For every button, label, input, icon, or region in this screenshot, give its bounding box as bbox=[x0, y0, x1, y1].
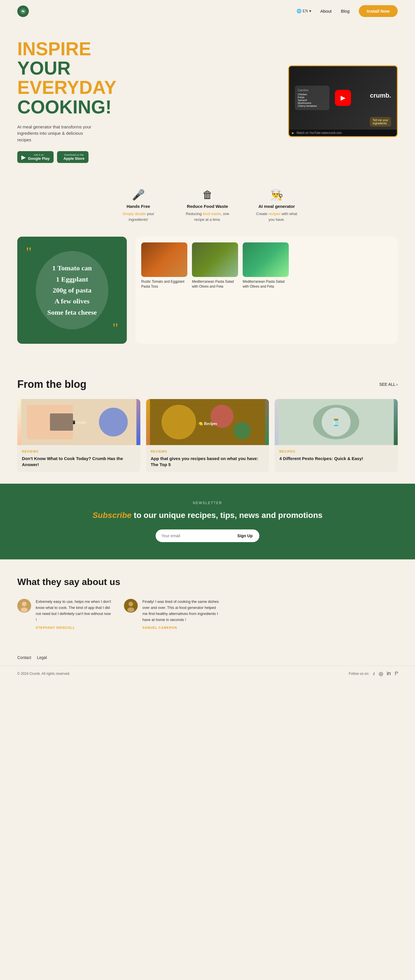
recipe-card-0[interactable]: Rustic Tomato and Eggplant Pasta Toss bbox=[141, 242, 187, 338]
blog-title: From the blog bbox=[17, 378, 86, 390]
blog-card-2[interactable]: 🫙 RECIPES 4 Different Pesto Recipes: Qui… bbox=[275, 399, 398, 472]
email-input[interactable] bbox=[156, 530, 231, 542]
footer-links: Contact Legal bbox=[0, 647, 415, 663]
logo-icon bbox=[17, 5, 29, 17]
svg-text:🍋 Recipes: 🍋 Recipes bbox=[198, 421, 217, 426]
svg-point-8 bbox=[161, 405, 196, 439]
svg-point-21 bbox=[128, 608, 134, 612]
store-buttons: ▶ Get it on Google Play Download on the … bbox=[17, 151, 277, 163]
feature-highlight-0: Simply dictate bbox=[123, 212, 146, 216]
recipe-title-2: Mediterranean Pasta Salad with Olives an… bbox=[243, 279, 289, 289]
newsletter-section: NEWSLETTER Subscribe to our unique recip… bbox=[0, 484, 415, 559]
recipe-card-1[interactable]: Mediterranean Pasta Salad with Olives an… bbox=[192, 242, 238, 338]
testimonial-text-0: Extremely easy to use, helps me when I d… bbox=[36, 599, 112, 623]
testimonial-name-1: SAMUEL CAMERON bbox=[142, 626, 219, 629]
feature-food-waste: 🗑 Reduce Food Waste Reducing food waste,… bbox=[184, 189, 231, 222]
sign-up-button[interactable]: Sign Up bbox=[231, 530, 260, 542]
feature-title-1: Reduce Food Waste bbox=[184, 204, 231, 209]
hero-video-container: 🟢 Turn Your Ingredients into Delicious M… bbox=[288, 65, 398, 137]
hero-title-line1: INSPIRE bbox=[17, 38, 91, 59]
features-section: 🎤 Hands Free Simply dictate your ingredi… bbox=[0, 175, 415, 237]
blog-card-body-1: REVIEWS App that gives you recipes based… bbox=[146, 445, 269, 472]
hero-content: INSPIRE YOUR EVERYDAY COOKING! AI meal g… bbox=[17, 40, 277, 163]
microphone-icon: 🎤 bbox=[115, 189, 161, 201]
linkedin-icon[interactable]: in bbox=[387, 670, 391, 676]
blog-card-1[interactable]: 🍋 Recipes REVIEWS App that gives you rec… bbox=[146, 399, 269, 472]
feature-hands-free: 🎤 Hands Free Simply dictate your ingredi… bbox=[115, 189, 161, 222]
blog-tag-0: REVIEWS bbox=[22, 450, 136, 453]
recipe-card-2[interactable]: Mediterranean Pasta Salad with Olives an… bbox=[243, 242, 289, 338]
video-brand: crumb. bbox=[370, 92, 391, 99]
hero-title-line3: EVERYDAY bbox=[17, 77, 117, 98]
google-play-text: Get it on Google Play bbox=[28, 153, 49, 161]
recipe-title-0: Rustic Tomato and Eggplant Pasta Toss bbox=[141, 279, 187, 289]
footer-link-contact[interactable]: Contact bbox=[17, 655, 31, 660]
svg-point-1 bbox=[22, 10, 24, 12]
ingredient-2: 200g of pasta bbox=[53, 286, 92, 294]
testimonials-section: What they say about us Extremely easy to… bbox=[0, 559, 415, 646]
logo[interactable] bbox=[17, 5, 29, 17]
feature-desc-2: Create recipes with what you have. bbox=[254, 211, 300, 222]
recipe-title-1: Mediterranean Pasta Salad with Olives an… bbox=[192, 279, 238, 289]
testimonial-0: Extremely easy to use, helps me when I d… bbox=[17, 599, 112, 629]
hero-video[interactable]: 🟢 Turn Your Ingredients into Delicious M… bbox=[288, 65, 398, 137]
feature-title-0: Hands Free bbox=[115, 204, 161, 209]
video-placeholder: Caroline ChickenPastaSpinachMushroomsChe… bbox=[289, 66, 397, 130]
testimonials-grid: Extremely easy to use, helps me when I d… bbox=[17, 599, 219, 629]
quote-close: " bbox=[112, 321, 118, 335]
quote-open: " bbox=[26, 245, 32, 259]
svg-text:🫙: 🫙 bbox=[332, 418, 341, 427]
feature-title-2: AI meal generator bbox=[254, 204, 300, 209]
hero-title-line2: YOUR bbox=[17, 58, 70, 79]
social-links: Follow us on: ♪ ◎ in 𝓟 bbox=[349, 670, 398, 677]
svg-point-17 bbox=[22, 602, 27, 606]
video-bottom-text: Watch on YouTube eatwcrumb.com bbox=[297, 131, 342, 134]
blog-card-title-0: Don't Know What to Cook Today? Crumb Has… bbox=[22, 455, 136, 468]
install-button[interactable]: Install Now bbox=[359, 5, 398, 17]
copyright: © 2024 Crumb. All rights reserved. bbox=[17, 672, 70, 676]
feature-highlight-1: food waste bbox=[203, 212, 221, 216]
pinterest-icon[interactable]: 𝓟 bbox=[394, 670, 398, 676]
apple-text: Download on the Apple Store bbox=[64, 153, 85, 161]
blog-card-body-0: REVIEWS Don't Know What to Cook Today? C… bbox=[17, 445, 140, 472]
youtube-icon: ▶ bbox=[292, 131, 294, 134]
google-play-big: Google Play bbox=[28, 156, 49, 161]
google-play-button[interactable]: ▶ Get it on Google Play bbox=[17, 151, 54, 163]
feature-highlight-2: recipes bbox=[268, 212, 281, 216]
apple-big: Apple Store bbox=[64, 156, 85, 161]
see-all-link[interactable]: SEE ALL › bbox=[379, 382, 398, 387]
blog-card-body-2: RECIPES 4 Different Pesto Recipes: Quick… bbox=[275, 445, 398, 466]
tiktok-icon[interactable]: ♪ bbox=[373, 670, 375, 676]
blog-card-0[interactable]: 📱 crumb REVIEWS Don't Know What to Cook … bbox=[17, 399, 140, 472]
demo-recipes-panel: Rustic Tomato and Eggplant Pasta Toss Me… bbox=[136, 237, 398, 344]
testimonial-content-0: Extremely easy to use, helps me when I d… bbox=[36, 599, 112, 629]
demo-bubble: 1 Tomato can 1 Eggplant 200g of pasta A … bbox=[36, 251, 109, 329]
demo-section: " 1 Tomato can 1 Eggplant 200g of pasta … bbox=[0, 237, 415, 361]
testimonial-content-1: Finally! I was tired of cooking the same… bbox=[142, 599, 219, 629]
svg-point-18 bbox=[21, 608, 28, 612]
chevron-down-icon: ▾ bbox=[309, 9, 311, 14]
video-play-button[interactable]: ▶ bbox=[335, 90, 351, 106]
svg-point-20 bbox=[129, 602, 133, 606]
footer-link-legal[interactable]: Legal bbox=[37, 655, 47, 660]
blog-image-1: 🍋 Recipes bbox=[146, 399, 269, 445]
avatar-1 bbox=[124, 599, 138, 612]
nav-link-blog[interactable]: Blog bbox=[341, 9, 350, 14]
language-selector[interactable]: 🌐 EN ▾ bbox=[297, 9, 311, 14]
recipe-image-0 bbox=[141, 242, 187, 277]
newsletter-label: NEWSLETTER bbox=[17, 501, 398, 505]
instagram-icon[interactable]: ◎ bbox=[379, 670, 383, 677]
avatar-0 bbox=[17, 599, 31, 612]
nav-link-about[interactable]: About bbox=[321, 9, 332, 14]
demo-ingredients-panel: " 1 Tomato can 1 Eggplant 200g of pasta … bbox=[17, 237, 127, 344]
apple-store-button[interactable]: Download on the Apple Store bbox=[57, 151, 88, 163]
blog-section: From the blog SEE ALL › 📱 crumb REVIEWS … bbox=[0, 361, 415, 484]
feature-desc-0: Simply dictate your ingredients! bbox=[115, 211, 161, 222]
feature-desc-1: Reducing food waste, one recipe at a tim… bbox=[184, 211, 231, 222]
video-bottom-bar: ▶ Watch on YouTube eatwcrumb.com bbox=[289, 130, 397, 136]
demo-ingredients-text: 1 Tomato can 1 Eggplant 200g of pasta A … bbox=[47, 262, 97, 318]
blog-image-0: 📱 crumb bbox=[17, 399, 140, 445]
svg-point-4 bbox=[99, 408, 128, 436]
blog-card-title-2: 4 Different Pesto Recipes: Quick & Easy! bbox=[279, 455, 393, 461]
testimonial-1: Finally! I was tired of cooking the same… bbox=[124, 599, 219, 629]
